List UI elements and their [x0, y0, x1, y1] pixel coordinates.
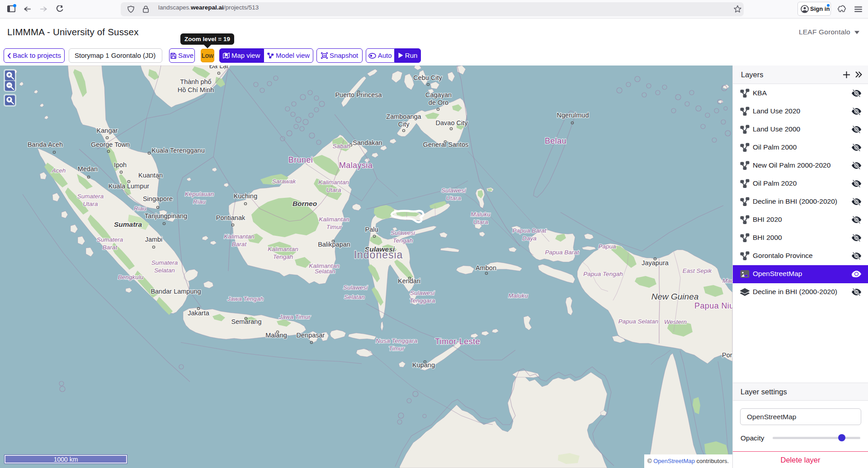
svg-text:Western: Western [664, 318, 687, 325]
svg-text:Cagayan: Cagayan [425, 91, 452, 98]
svg-text:Kalimantan: Kalimantan [224, 233, 255, 240]
svg-text:Selatan: Selatan [315, 268, 335, 275]
svg-text:Utara: Utara [473, 219, 488, 225]
svg-text:Selatan: Selatan [344, 294, 365, 300]
svg-text:Riau: Riau [193, 198, 206, 205]
svg-text:Nusa Tenggara: Nusa Tenggara [376, 337, 417, 344]
svg-text:Puerto Princesa: Puerto Princesa [335, 91, 382, 98]
svg-text:Medan: Medan [78, 165, 98, 173]
svg-text:Jayapura: Jayapura [642, 259, 669, 267]
svg-text:Port Moresby: Port Moresby [722, 351, 732, 359]
svg-text:Kalimantan: Kalimantan [318, 179, 349, 186]
svg-text:Kuching: Kuching [234, 192, 257, 200]
svg-text:Semarang: Semarang [231, 318, 262, 325]
svg-text:Aceh: Aceh [52, 167, 66, 174]
svg-text:Balikpapan: Balikpapan [318, 241, 350, 248]
svg-text:Sandakan: Sandakan [353, 139, 382, 146]
svg-text:Madang: Madang [722, 277, 732, 284]
svg-text:Cebu City: Cebu City [413, 74, 442, 81]
svg-text:City: City [398, 121, 410, 128]
svg-text:Singapore: Singapore [143, 195, 173, 202]
svg-text:East Sepik: East Sepik [683, 267, 712, 274]
svg-text:Brunei: Brunei [288, 155, 313, 164]
svg-text:Kuala Lumpur: Kuala Lumpur [108, 183, 149, 190]
svg-text:Sulawesi: Sulawesi [343, 284, 368, 291]
svg-text:Ngerulmud: Ngerulmud [557, 112, 589, 119]
svg-text:Malang: Malang [265, 332, 287, 339]
svg-text:Selatan: Selatan [154, 267, 175, 274]
svg-text:Maluku: Maluku [471, 211, 491, 218]
svg-text:Daya: Daya [522, 235, 537, 242]
svg-text:Kalimantan: Kalimantan [268, 246, 298, 253]
svg-text:Timor-Leste: Timor-Leste [435, 337, 480, 346]
svg-text:General Santos: General Santos [423, 141, 469, 148]
svg-text:Riau: Riau [134, 205, 146, 212]
svg-text:Bengkulu: Bengkulu [118, 274, 144, 281]
svg-text:Kendari: Kendari [398, 277, 420, 285]
svg-text:Timur: Timur [326, 224, 342, 230]
svg-text:Papua: Papua [598, 243, 616, 250]
svg-text:Jawa Timur: Jawa Timur [278, 314, 311, 320]
svg-text:Malaysia: Malaysia [339, 161, 373, 170]
svg-text:Denpasar: Denpasar [297, 332, 325, 339]
svg-text:Papua Niugini: Papua Niugini [694, 301, 732, 310]
svg-text:Sulawesi: Sulawesi [391, 229, 415, 236]
svg-text:Jambi: Jambi [145, 236, 163, 243]
svg-text:Sumatra: Sumatra [114, 220, 142, 228]
svg-text:Papua Tengah: Papua Tengah [583, 271, 623, 277]
svg-text:Tenggara: Tenggara [410, 297, 435, 304]
svg-text:Hồ Chí Minh: Hồ Chí Minh [178, 86, 214, 94]
svg-text:Utara: Utara [326, 187, 341, 193]
svg-text:Kepulauan: Kepulauan [185, 191, 214, 197]
svg-text:Tengah: Tengah [393, 237, 413, 244]
svg-text:Zamboanga: Zamboanga [386, 113, 421, 120]
svg-text:Kangar: Kangar [97, 127, 118, 134]
svg-text:Sulawesi: Sulawesi [441, 187, 466, 194]
svg-text:Thành phố: Thành phố [180, 78, 211, 85]
svg-text:Belau: Belau [545, 136, 566, 145]
svg-text:Jawa Tengah: Jawa Tengah [227, 295, 264, 302]
svg-text:Tanjungpinang: Tanjungpinang [145, 212, 187, 220]
svg-text:Đà Lạt: Đà Lạt [209, 66, 229, 70]
svg-text:Bandar Lampung: Bandar Lampung [151, 288, 201, 295]
svg-text:Sumatera: Sumatera [151, 259, 178, 266]
svg-text:Tengah: Tengah [273, 253, 293, 260]
svg-text:Borneo: Borneo [292, 200, 317, 207]
svg-text:Jakarta: Jakarta [188, 309, 209, 317]
svg-text:Kupang: Kupang [412, 361, 435, 369]
svg-text:Papua Barat: Papua Barat [545, 249, 579, 256]
svg-text:Barat: Barat [103, 244, 118, 251]
svg-text:Kuala Terengganu: Kuala Terengganu [151, 147, 204, 154]
svg-text:de Oro: de Oro [429, 99, 448, 106]
svg-text:Sumatera: Sumatera [97, 236, 123, 243]
svg-text:Utara: Utara [446, 195, 461, 201]
svg-text:Timur: Timur [389, 345, 405, 352]
svg-text:Sulawesi: Sulawesi [410, 290, 435, 296]
svg-text:Maluku: Maluku [508, 292, 528, 299]
svg-text:Sumatera: Sumatera [77, 193, 104, 200]
svg-text:Papua Barat: Papua Barat [512, 227, 547, 234]
svg-text:Papua Selatan: Papua Selatan [618, 318, 659, 325]
svg-text:Palu: Palu [365, 226, 378, 233]
svg-text:Ambon: Ambon [476, 264, 496, 271]
svg-text:Utara: Utara [83, 201, 98, 207]
svg-text:Barat: Barat [232, 241, 247, 248]
svg-text:Indonesia: Indonesia [354, 249, 403, 261]
svg-text:Ipoh: Ipoh [114, 161, 127, 168]
svg-text:Kuantan: Kuantan [138, 172, 163, 179]
svg-text:George Town: George Town [91, 141, 130, 148]
svg-text:New Guinea: New Guinea [651, 292, 699, 301]
svg-text:Kalimantan: Kalimantan [319, 216, 349, 223]
svg-text:Davao City: Davao City [436, 119, 468, 126]
svg-text:Sabah: Sabah [332, 143, 350, 150]
svg-text:Pontianak: Pontianak [216, 214, 245, 221]
svg-text:Sarawak: Sarawak [272, 178, 297, 185]
svg-text:Banda Aceh: Banda Aceh [28, 141, 63, 148]
